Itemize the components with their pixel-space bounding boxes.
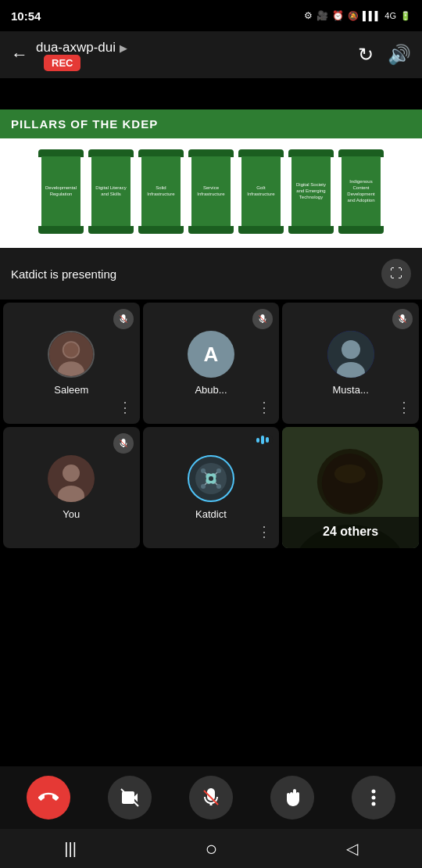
- alarm-icon: ⏰: [332, 10, 344, 21]
- svg-point-23: [216, 468, 221, 473]
- pillar-3: Solid Infrastructure: [138, 149, 184, 234]
- svg-point-36: [372, 802, 376, 806]
- pillar-label-6: Digital Society and Emerging Technology: [295, 182, 327, 200]
- presentation-content: PILLARS OF THE KDEP Developmental Regula…: [0, 109, 422, 248]
- chevron-right-icon: ▶: [120, 42, 127, 54]
- speaker-icon[interactable]: 🔊: [388, 44, 411, 66]
- pillar-label-5: GoIt Infrastructure: [245, 185, 277, 198]
- header: ← dua-axwp-dui ▶ REC ↻ 🔊: [0, 31, 422, 78]
- participant-name-saleem: Saleem: [54, 384, 88, 396]
- pillar-label-7: Indigenous Content Development and Adopt…: [345, 179, 377, 203]
- end-call-button[interactable]: [27, 776, 70, 820]
- wifi-icon: 4G: [384, 11, 396, 20]
- mute-icon-saleem: [113, 309, 134, 329]
- raise-hand-button[interactable]: [270, 776, 314, 820]
- meeting-title: dua-axwp-dui ▶: [36, 40, 127, 56]
- others-count-label: 24 others: [282, 517, 419, 548]
- more-options-musta[interactable]: ⋮: [397, 399, 411, 416]
- nav-recent-icon[interactable]: |||: [64, 840, 77, 858]
- svg-point-31: [334, 464, 366, 483]
- nav-home-icon[interactable]: ○: [205, 837, 217, 861]
- others-label: 24 others: [323, 525, 378, 538]
- participant-cell-abub: A Abub... ⋮: [143, 303, 280, 424]
- mute-status-icon: 🔕: [348, 11, 359, 21]
- pillar-5: GoIt Infrastructure: [238, 149, 284, 234]
- svg-point-35: [372, 796, 376, 800]
- svg-point-12: [63, 464, 80, 482]
- presentation-area: PILLARS OF THE KDEP Developmental Regula…: [0, 109, 422, 299]
- nav-bar: ||| ○ ◁: [0, 829, 422, 868]
- fullscreen-icon: ⛶: [390, 267, 402, 281]
- participant-cell-saleem: Saleem ⋮: [3, 303, 140, 424]
- pillar-6: Digital Society and Emerging Technology: [288, 149, 334, 234]
- nav-back-icon[interactable]: ◁: [346, 839, 358, 858]
- participants-grid: Saleem ⋮ A Abub... ⋮ Musta... ⋮: [0, 299, 422, 551]
- pillar-2: Digital Literacy and Skills: [88, 149, 134, 234]
- avatar-katdict: [188, 455, 234, 502]
- svg-point-24: [201, 484, 206, 489]
- svg-point-22: [201, 468, 206, 473]
- battery-icon: 🔋: [400, 11, 411, 21]
- status-time: 10:54: [11, 9, 41, 23]
- speaking-indicator: [252, 433, 273, 447]
- svg-point-4: [64, 343, 79, 357]
- svg-point-34: [372, 790, 376, 794]
- pillar-1: Developmental Regulation: [38, 149, 84, 234]
- participant-cell-musta: Musta... ⋮: [282, 303, 419, 424]
- participant-name-abub: Abub...: [195, 384, 227, 396]
- toggle-video-button[interactable]: [108, 776, 152, 820]
- avatar-musta: [327, 331, 374, 378]
- header-actions: ↻ 🔊: [358, 44, 411, 66]
- avatar-saleem: [48, 331, 95, 378]
- more-options-abub[interactable]: ⋮: [257, 399, 271, 416]
- participant-cell-katdict: Katdict ⋮: [143, 427, 280, 548]
- more-options-katdict[interactable]: ⋮: [257, 523, 271, 540]
- black-gap: [0, 78, 422, 109]
- participant-name-musta: Musta...: [333, 384, 369, 396]
- pillar-label-1: Developmental Regulation: [45, 185, 77, 198]
- more-options-saleem[interactable]: ⋮: [118, 399, 132, 416]
- presenting-bar: Katdict is presenting ⛶: [0, 248, 422, 299]
- signal-icon: ▌▌▌: [363, 11, 381, 20]
- avatar-abub: A: [188, 331, 234, 378]
- mute-icon-abub: [252, 309, 273, 329]
- pillars-container: Developmental Regulation Digital Literac…: [0, 138, 422, 248]
- participant-cell-others: 24 others: [282, 427, 419, 548]
- status-bar: 10:54 ⚙ 🎥 ⏰ 🔕 ▌▌▌ 4G 🔋: [0, 0, 422, 31]
- presentation-header: PILLARS OF THE KDEP: [0, 109, 422, 138]
- participant-name-katdict: Katdict: [195, 508, 227, 520]
- status-icons: ⚙ 🎥 ⏰ 🔕 ▌▌▌ 4G 🔋: [304, 10, 411, 21]
- participant-name-you: You: [63, 508, 80, 520]
- fullscreen-button[interactable]: ⛶: [381, 259, 411, 289]
- more-options-button[interactable]: [352, 776, 395, 820]
- svg-point-8: [342, 340, 360, 359]
- participant-cell-you: You: [3, 427, 140, 548]
- settings-icon: ⚙: [304, 10, 313, 21]
- pillar-label-3: Solid Infrastructure: [145, 185, 177, 198]
- rec-badge: REC: [44, 55, 80, 71]
- meeting-id: dua-axwp-dui: [36, 40, 116, 56]
- pillar-label-4: Service Infrastructure: [195, 185, 227, 198]
- mute-icon-you: [113, 433, 134, 454]
- avatar-you: [48, 455, 95, 502]
- pillar-4: Service Infrastructure: [188, 149, 234, 234]
- toggle-mute-button[interactable]: [189, 776, 233, 820]
- back-button[interactable]: ←: [11, 45, 28, 65]
- presenting-text: Katdict is presenting: [11, 267, 116, 281]
- pillar-7: Indigenous Content Development and Adopt…: [338, 149, 384, 234]
- svg-point-17: [209, 476, 213, 481]
- camera-switch-icon[interactable]: ↻: [358, 44, 374, 66]
- svg-point-25: [216, 484, 221, 489]
- mute-icon-musta: [392, 309, 413, 329]
- control-bar: [0, 766, 422, 829]
- camera-status-icon: 🎥: [316, 10, 328, 21]
- pillar-label-2: Digital Literacy and Skills: [95, 185, 127, 198]
